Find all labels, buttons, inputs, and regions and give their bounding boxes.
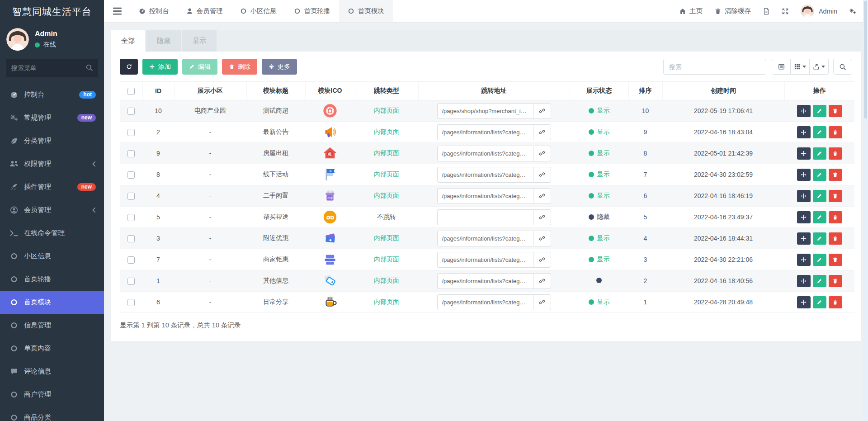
edit-row-button[interactable] [813,254,826,266]
row-checkbox[interactable] [127,299,135,306]
filter-tab-1[interactable]: 隐藏 [146,30,181,52]
jump-url-input[interactable] [437,209,533,225]
jump-url-input[interactable] [437,103,533,119]
sidebar-item-4[interactable]: 插件管理new [0,175,104,199]
user-menu[interactable]: Admin [801,5,837,18]
row-checkbox[interactable] [127,214,135,221]
sidebar-item-1[interactable]: 常规管理new [0,106,104,129]
edit-row-button[interactable] [813,211,826,223]
sidebar-item-14[interactable]: 商品分类 [0,406,104,421]
edit-row-button[interactable] [813,126,826,138]
sidebar-item-12[interactable]: 评论信息 [0,360,104,383]
sidebar-item-10[interactable]: 信息管理 [0,314,104,337]
add-button[interactable]: 添加 [142,59,178,75]
row-checkbox[interactable] [127,129,135,136]
export-button[interactable] [810,59,829,75]
jump-url-input[interactable] [437,188,533,204]
sidebar-item-9[interactable]: 首页模块 [0,291,104,314]
move-row-button[interactable] [797,190,811,202]
delete-row-button[interactable] [829,211,842,223]
edit-row-button[interactable] [813,169,826,181]
sidebar-search-input[interactable] [6,59,98,77]
edit-row-button[interactable] [813,232,826,245]
topbar-tab-2[interactable]: 小区信息 [231,0,285,22]
row-checkbox[interactable] [127,150,135,157]
move-row-button[interactable] [797,211,811,223]
fullscreen-button[interactable] [782,8,789,15]
delete-row-button[interactable] [829,190,842,202]
clear-cache-button[interactable]: 清除缓存 [714,7,751,15]
edit-button[interactable]: 编辑 [182,59,217,75]
jump-url-input[interactable] [437,167,533,183]
sidebar-item-2[interactable]: 分类管理 [0,129,104,152]
more-button[interactable]: 更多 [262,59,297,75]
settings-button[interactable] [849,8,856,15]
row-checkbox[interactable] [127,235,135,242]
delete-row-button[interactable] [829,275,842,287]
move-row-button[interactable] [797,275,811,287]
topbar-tab-3[interactable]: 首页轮播 [285,0,339,22]
home-link[interactable]: 主页 [679,7,703,15]
page-scrollbar[interactable] [863,0,868,421]
row-checkbox[interactable] [127,108,135,115]
select-all-checkbox[interactable] [127,88,135,95]
row-checkbox[interactable] [127,278,135,285]
move-row-button[interactable] [797,169,811,181]
move-row-button[interactable] [797,296,811,308]
topbar-tab-0[interactable]: 控制台 [130,0,178,22]
jump-url-input[interactable] [437,252,533,268]
columns-button[interactable] [791,59,810,75]
sidebar-item-5[interactable]: 会员管理 [0,199,104,222]
user-avatar[interactable] [6,28,29,51]
sidebar-item-0[interactable]: 控制台hot [0,83,104,106]
filter-tab-0[interactable]: 全部 [111,30,145,52]
move-row-button[interactable] [797,147,811,160]
delete-row-button[interactable] [829,169,842,181]
jump-url-input[interactable] [437,273,533,289]
delete-row-button[interactable] [829,126,842,138]
jump-url-input[interactable] [437,146,533,161]
sidebar-item-8[interactable]: 首页轮播 [0,268,104,291]
jump-url-input[interactable] [437,231,533,246]
search-button[interactable] [833,59,852,75]
detail-view-button[interactable] [772,59,791,75]
link-button[interactable] [533,231,551,246]
edit-row-button[interactable] [813,275,826,287]
edit-row-button[interactable] [813,147,826,160]
sidebar-item-11[interactable]: 单页内容 [0,337,104,360]
edit-row-button[interactable] [813,296,826,308]
delete-row-button[interactable] [829,147,842,160]
delete-row-button[interactable] [829,105,842,117]
filter-tab-2[interactable]: 显示 [182,30,217,52]
topbar-tab-4[interactable]: 首页模块 [339,0,393,22]
scrollbar-thumb[interactable] [864,1,867,118]
row-checkbox[interactable] [127,256,135,264]
row-checkbox[interactable] [127,171,135,179]
link-button[interactable] [533,167,551,183]
link-button[interactable] [533,124,551,140]
jump-url-input[interactable] [437,294,533,310]
refresh-button[interactable] [120,59,138,75]
edit-row-button[interactable] [813,190,826,202]
jump-url-input[interactable] [437,124,533,140]
delete-row-button[interactable] [829,254,842,266]
table-search-input[interactable] [663,59,766,75]
sidebar-item-3[interactable]: 权限管理 [0,152,104,175]
link-button[interactable] [533,294,551,310]
move-row-button[interactable] [797,105,811,117]
file-button[interactable] [763,8,770,15]
move-row-button[interactable] [797,254,811,266]
link-button[interactable] [533,209,551,225]
sidebar-toggle-button[interactable] [104,0,130,22]
sidebar-item-13[interactable]: 商户管理 [0,383,104,406]
search-icon[interactable] [85,64,93,71]
link-button[interactable] [533,146,551,161]
row-checkbox[interactable] [127,193,135,200]
sidebar-item-7[interactable]: 小区信息 [0,245,104,268]
link-button[interactable] [533,252,551,268]
move-row-button[interactable] [797,126,811,138]
move-row-button[interactable] [797,232,811,245]
delete-button[interactable]: 删除 [222,59,257,75]
delete-row-button[interactable] [829,232,842,245]
edit-row-button[interactable] [813,105,826,117]
